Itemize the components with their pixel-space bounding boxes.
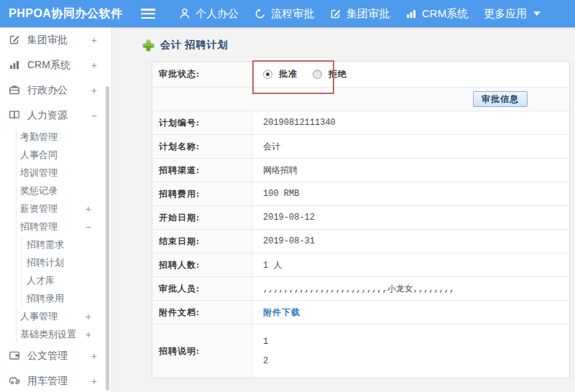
app-logo: PHPOA协同办公软件 <box>0 6 141 22</box>
end-date-row: 结束日期: 2019-08-31 <box>152 230 569 253</box>
field-label: 审批人员: <box>152 277 253 300</box>
description-line: 2 <box>263 356 268 366</box>
edit-icon <box>9 34 21 46</box>
expand-toggle[interactable]: + <box>86 329 91 340</box>
approve-radio[interactable] <box>263 70 272 79</box>
sidebar-item-label: 集团审批 <box>27 34 68 47</box>
sidebar-item-hr[interactable]: 人力资源 − <box>0 103 111 128</box>
recruit-submenu: 招聘需求 招聘计划 人才库 招聘录用 <box>22 235 111 307</box>
sidebar-item-recruit-hire[interactable]: 招聘录用 <box>22 289 111 307</box>
expand-toggle[interactable]: + <box>91 34 97 46</box>
chart-icon <box>405 8 417 19</box>
hr-submenu: 考勤管理 人事合同 培训管理 奖惩记录 薪资管理 + 招聘管理 − 招聘需求 <box>16 128 111 343</box>
sidebar-item-document-mgmt[interactable]: 公文管理 + <box>0 343 111 368</box>
nav-more-apps[interactable]: 更多应用 <box>476 0 548 27</box>
sidebar-scrollbar[interactable] <box>106 86 109 391</box>
nav-crm-system[interactable]: CRM系统 <box>397 0 476 27</box>
field-value: 1 人 <box>253 253 569 276</box>
sidebar-item-group-approval[interactable]: 集团审批 + <box>0 27 111 52</box>
expand-toggle[interactable]: + <box>91 85 97 96</box>
expand-toggle[interactable]: + <box>86 311 91 322</box>
sidebar-item-rewards[interactable]: 奖惩记录 <box>17 182 111 200</box>
page-title-text: 会计 招聘计划 <box>160 39 229 52</box>
nav-personal-office[interactable]: 个人办公 <box>171 0 247 27</box>
sidebar-item-vehicle-mgmt[interactable]: 用车管理 + <box>0 368 111 392</box>
field-label: 开始日期: <box>152 206 253 229</box>
page-title: 会计 招聘计划 <box>143 39 229 52</box>
sidebar-item-label: 培训管理 <box>20 167 58 179</box>
sidebar-item-label: 招聘需求 <box>27 238 64 251</box>
book-icon <box>9 109 21 121</box>
recruit-cost-row: 招聘费用: 100 RMB <box>152 182 569 206</box>
expand-toggle[interactable]: + <box>91 60 97 71</box>
nav-process-approval[interactable]: 流程审批 <box>247 0 322 27</box>
field-value: 会计 <box>253 135 569 158</box>
nav-group-approval[interactable]: 集团审批 <box>322 0 397 27</box>
expand-toggle[interactable]: + <box>86 203 91 215</box>
expand-toggle[interactable]: + <box>91 350 97 362</box>
attachment-row: 附件文档: 附件下载 <box>152 301 569 325</box>
sidebar-item-label: 行政办公 <box>27 84 68 97</box>
approval-info-button[interactable]: 审批信息 <box>473 91 528 107</box>
sidebar-item-salary[interactable]: 薪资管理 + <box>17 200 111 218</box>
menu-toggle-icon[interactable] <box>141 9 155 19</box>
recruit-channel-row: 招聘渠道: 网络招聘 <box>152 159 569 182</box>
sidebar-item-recruit-mgmt[interactable]: 招聘管理 − <box>17 218 111 235</box>
field-label: 审批状态: <box>152 62 253 87</box>
approval-status-options: 批准 拒绝 <box>253 62 569 87</box>
sidebar-item-label: 人力资源 <box>27 109 68 122</box>
field-value: 网络招聘 <box>253 159 569 182</box>
sidebar: 集团审批 + CRM系统 + 行政办公 + 人力资源 − 考 <box>0 27 112 392</box>
history-icon <box>254 8 266 19</box>
sidebar-item-recruit-plan[interactable]: 招聘计划 <box>22 253 111 271</box>
attachment-download-link[interactable]: 附件下载 <box>263 307 300 319</box>
edit-icon <box>330 8 341 19</box>
sidebar-item-attendance[interactable]: 考勤管理 <box>17 128 111 146</box>
sidebar-item-crm[interactable]: CRM系统 + <box>0 52 111 78</box>
field-label: 结束日期: <box>152 230 253 253</box>
headcount-row: 招聘人数: 1 人 <box>152 253 569 277</box>
field-label: 招聘人数: <box>152 253 253 276</box>
sidebar-item-label: 公文管理 <box>27 350 68 363</box>
reject-radio[interactable] <box>313 70 322 79</box>
field-label: 招聘费用: <box>152 182 253 205</box>
sidebar-item-hr-contract[interactable]: 人事合同 <box>17 146 111 164</box>
sidebar-item-label: 人事合同 <box>20 149 58 162</box>
sidebar-item-talent-pool[interactable]: 人才库 <box>22 271 111 289</box>
approval-info-row: 审批信息 <box>152 88 569 111</box>
sidebar-item-personnel-mgmt[interactable]: 人事管理 + <box>17 307 111 325</box>
nav-label: 流程审批 <box>271 7 314 21</box>
nav-label: 更多应用 <box>484 7 527 21</box>
sidebar-item-training[interactable]: 培训管理 <box>17 164 111 182</box>
field-value: 100 RMB <box>253 182 569 205</box>
sidebar-item-recruit-demand[interactable]: 招聘需求 <box>22 235 111 253</box>
description-line: 1 <box>263 337 268 347</box>
field-value: 20190812111340 <box>253 111 569 134</box>
sidebar-item-label: 用车管理 <box>27 375 68 388</box>
expand-toggle[interactable]: − <box>91 110 97 121</box>
field-value: ,,,,,,,,,,,,,,,,,,,,,,,,小龙女,,,,,,,, <box>253 277 569 300</box>
nav-label: 个人办公 <box>196 7 239 21</box>
sidebar-item-label: CRM系统 <box>27 59 70 72</box>
sidebar-item-label: 人事管理 <box>20 310 58 323</box>
field-label: 计划名称: <box>152 135 253 158</box>
sidebar-item-base-category[interactable]: 基础类别设置 + <box>17 325 111 343</box>
main-content: 会计 招聘计划 审批状态: 批准 拒绝 审批信息 <box>112 27 575 392</box>
reject-radio-label: 拒绝 <box>328 68 347 80</box>
add-icon <box>143 40 154 51</box>
user-icon <box>179 8 190 19</box>
radio-group: 批准 拒绝 <box>263 68 356 80</box>
approval-status-row: 审批状态: 批准 拒绝 <box>152 62 569 88</box>
approve-radio-label: 批准 <box>279 68 298 80</box>
plan-name-row: 计划名称: 会计 <box>152 135 569 159</box>
sidebar-item-admin-office[interactable]: 行政办公 + <box>0 78 111 103</box>
sidebar-item-label: 奖惩记录 <box>20 185 58 197</box>
field-label: 附件文档: <box>152 301 253 324</box>
sidebar-item-label: 招聘计划 <box>27 256 64 269</box>
plan-number-row: 计划编号: 20190812111340 <box>152 111 569 135</box>
car-icon <box>9 375 21 387</box>
sidebar-item-label: 薪资管理 <box>20 202 58 215</box>
expand-toggle[interactable]: + <box>91 375 97 387</box>
expand-toggle[interactable]: − <box>86 221 91 233</box>
sidebar-item-label: 考勤管理 <box>20 131 58 144</box>
